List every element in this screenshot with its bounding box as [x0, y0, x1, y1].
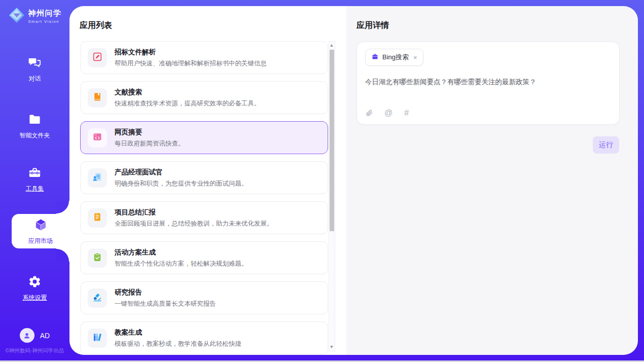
app-card-4[interactable]: 产品经理面试官 明确身份和职责，为您提供专业性的面试问题。	[80, 161, 328, 194]
scrollbar-thumb[interactable]	[330, 50, 334, 231]
tool-tag-label: Bing搜索	[382, 53, 409, 62]
app-detail-panel: 应用详情 Bing搜索 × 今日湖北有哪些新闻要点？有哪些需要关注的最新政策？	[346, 6, 638, 355]
sidebar-item-gear[interactable]: 系统设置	[0, 275, 69, 302]
paperclip-icon[interactable]	[366, 109, 373, 117]
brand-logo: 神州问学 Smart Vision	[0, 7, 69, 26]
webpage-icon	[92, 132, 102, 144]
sidebar: 神州问学 Smart Vision 对话 智能文件夹 工具集 应用市场 系统设置…	[0, 0, 69, 362]
clipboard-icon	[92, 252, 102, 264]
toolbox-icon	[28, 166, 42, 182]
app-card-3[interactable]: 网页摘要 每日政府新闻资讯快查。	[80, 121, 328, 154]
app-card-2[interactable]: 文献搜索 快速精准查找学术资源，提高研究效率的必备工具。	[80, 81, 328, 114]
app-list-title: 应用列表	[80, 20, 112, 31]
app-card-6[interactable]: 活动方案生成 智能生成个性化活动方案，轻松解决规划难题。	[80, 241, 328, 274]
attachment-toolbar: @ #	[366, 108, 409, 118]
tab-curve-bottom	[56, 248, 69, 262]
main-content: 应用列表 招标文件解析 帮助用户快速、准确地理解和解析招标书中的关键信息 文献搜…	[69, 6, 638, 355]
brand-diamond-icon	[8, 7, 25, 26]
scrollbar[interactable]	[329, 41, 335, 351]
avatar	[20, 328, 34, 343]
hash-icon[interactable]: #	[404, 108, 409, 118]
user-initials: AD	[40, 332, 50, 340]
tool-tag-bing-search[interactable]: Bing搜索 ×	[365, 49, 423, 66]
sidebar-item-toolbox[interactable]: 工具集	[0, 166, 69, 193]
interviewer-icon	[92, 172, 102, 184]
app-list-panel: 应用列表 招标文件解析 帮助用户快速、准确地理解和解析招标书中的关键信息 文献搜…	[69, 6, 346, 355]
close-icon[interactable]: ×	[413, 54, 417, 61]
app-detail-title: 应用详情	[356, 20, 389, 31]
app-card-1[interactable]: 招标文件解析 帮助用户快速、准确地理解和解析招标书中的关键信息	[80, 41, 328, 74]
brand-subtitle: Smart Vision	[28, 19, 62, 24]
sidebar-item-folder[interactable]: 智能文件夹	[0, 113, 69, 140]
query-input[interactable]: 今日湖北有哪些新闻要点？有哪些需要关注的最新政策？	[365, 78, 611, 87]
sidebar-item-chat[interactable]: 对话	[0, 56, 69, 83]
book-icon	[92, 92, 102, 104]
app-card-5[interactable]: 项目总结汇报 全面回顾项目进展，总结经验教训，助力未来优化发展。	[80, 201, 328, 234]
tab-curve-top	[56, 201, 69, 214]
app-card-7[interactable]: 研究报告 一键智能生成高质量长文本研究报告	[80, 281, 328, 314]
run-button[interactable]: 运行	[593, 136, 619, 154]
scroll-up-arrow-icon[interactable]	[330, 44, 333, 47]
folder-icon	[28, 113, 42, 128]
app-card-8[interactable]: 教案生成 模板驱动，教案秒成，教学准备从此轻松快捷	[80, 321, 328, 354]
briefcase-icon	[371, 53, 379, 62]
sidebar-item-cube[interactable]: 应用市场	[12, 214, 69, 248]
user-account[interactable]: AD	[0, 328, 69, 343]
at-icon[interactable]: @	[384, 108, 392, 118]
edit-doc-icon	[92, 52, 102, 64]
scroll-down-arrow-icon[interactable]	[330, 346, 333, 348]
prompt-card: Bing搜索 × 今日湖北有哪些新闻要点？有哪些需要关注的最新政策？ @ #	[356, 42, 620, 125]
books-icon	[92, 332, 102, 344]
brand-name: 神州问学	[28, 9, 62, 18]
copyright-footer: ©神州数码·神州问学出品	[0, 347, 69, 354]
microscope-icon	[92, 292, 102, 304]
report-icon	[92, 212, 102, 224]
app-window: 神州问学 Smart Vision 对话 智能文件夹 工具集 应用市场 系统设置…	[0, 0, 644, 362]
cube-icon	[33, 218, 48, 234]
chat-icon	[28, 56, 42, 71]
app-card-list: 招标文件解析 帮助用户快速、准确地理解和解析招标书中的关键信息 文献搜索 快速精…	[80, 41, 328, 355]
gear-icon	[28, 275, 42, 291]
